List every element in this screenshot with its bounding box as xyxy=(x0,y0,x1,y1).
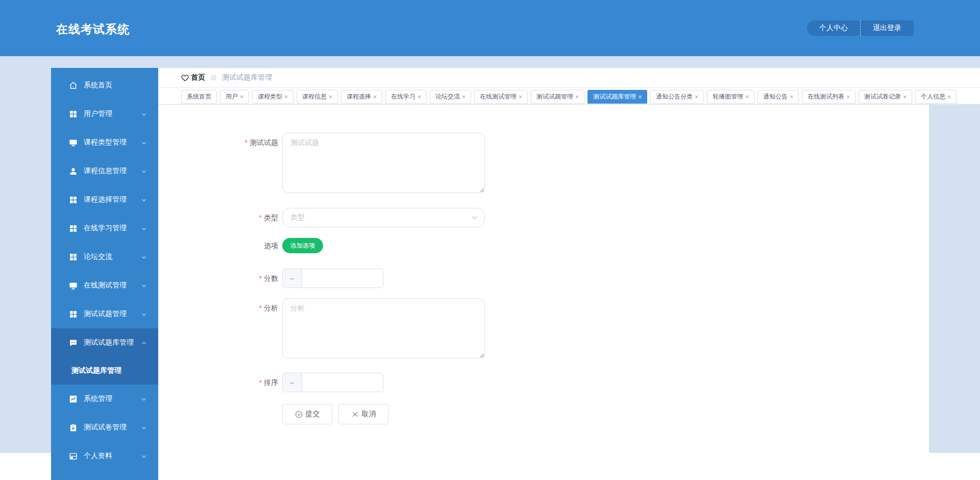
profile-center-button[interactable]: 个人中心 xyxy=(807,20,860,36)
clipboard-icon xyxy=(69,423,78,432)
sidebar-item-测试试卷管理[interactable]: 测试试卷管理 xyxy=(51,413,158,442)
tab-通知公告[interactable]: 通知公告× xyxy=(757,90,799,104)
field-label-options: 选项 xyxy=(225,238,278,253)
sidebar-group-7: 在线测试管理 xyxy=(51,271,158,300)
top-header: 在线考试系统 个人中心 退出登录 xyxy=(0,0,980,56)
field-control-type: 类型 xyxy=(282,208,485,227)
form-row-options: 选项添加选项 xyxy=(225,238,929,253)
sidebar-subitem-测试试题库管理[interactable]: 测试试题库管理 xyxy=(51,357,158,385)
grid-icon xyxy=(69,196,78,204)
tab-个人信息[interactable]: 个人信息× xyxy=(915,90,957,104)
field-control-analysis xyxy=(282,298,485,361)
tab-close-icon[interactable]: × xyxy=(638,94,642,100)
tab-测试试题管理[interactable]: 测试试题管理× xyxy=(531,90,584,104)
field-label-type: *类型 xyxy=(225,208,278,227)
sidebar-group-12: 个人资料 xyxy=(51,442,158,470)
type-select[interactable]: 类型 xyxy=(282,208,485,227)
sidebar-item-label: 在线测试管理 xyxy=(84,281,127,290)
breadcrumb-home[interactable]: 首页 xyxy=(191,73,205,82)
sidebar-item-论坛交流[interactable]: 论坛交流 xyxy=(51,243,158,271)
tab-课程信息[interactable]: 课程信息× xyxy=(297,90,338,104)
tab-close-icon[interactable]: × xyxy=(519,94,522,100)
sidebar-item-在线测试管理[interactable]: 在线测试管理 xyxy=(51,271,158,300)
sidebar-item-课程选择管理[interactable]: 课程选择管理 xyxy=(51,185,158,214)
sidebar-item-个人资料[interactable]: 个人资料 xyxy=(51,442,158,470)
tab-close-icon[interactable]: × xyxy=(462,94,465,100)
tab-close-icon[interactable]: × xyxy=(284,94,288,100)
tab-close-icon[interactable]: × xyxy=(418,94,421,100)
breadcrumb-separator-icon xyxy=(210,75,217,81)
sidebar-item-系统首页[interactable]: 系统首页 xyxy=(51,71,158,100)
form-row-sort: *排序−+ xyxy=(225,373,929,392)
question-textarea[interactable] xyxy=(282,133,485,193)
logout-button[interactable]: 退出登录 xyxy=(860,20,914,36)
user-icon xyxy=(69,167,78,176)
tab-label: 轮播图管理 xyxy=(713,92,743,101)
required-asterisk: * xyxy=(259,274,262,282)
sidebar-item-label: 系统首页 xyxy=(84,81,112,90)
chevron-down-icon xyxy=(141,311,147,317)
sidebar-group-3: 课程信息管理 xyxy=(51,157,158,185)
field-control-question xyxy=(282,133,485,195)
field-label-analysis: *分析 xyxy=(225,298,278,318)
tab-close-icon[interactable]: × xyxy=(790,94,793,100)
sidebar-item-系统管理[interactable]: 系统管理 xyxy=(51,385,158,413)
header-actions: 个人中心 退出登录 xyxy=(807,20,914,36)
tab-论坛交流[interactable]: 论坛交流× xyxy=(430,90,471,104)
tab-测试试题库管理[interactable]: 测试试题库管理× xyxy=(587,90,647,104)
sidebar-item-在线学习管理[interactable]: 在线学习管理 xyxy=(51,214,158,243)
tab-系统首页[interactable]: 系统首页 xyxy=(181,90,217,104)
tab-课程类型[interactable]: 课程类型× xyxy=(252,90,293,104)
submit-button[interactable]: 提交 xyxy=(282,404,332,424)
tab-课程选择[interactable]: 课程选择× xyxy=(341,90,382,104)
tab-label: 课程类型 xyxy=(258,92,282,101)
tab-close-icon[interactable]: × xyxy=(575,94,579,100)
form-row-question: *测试试题 xyxy=(225,133,929,195)
sort-decrease-button[interactable]: − xyxy=(283,373,302,392)
analysis-textarea[interactable] xyxy=(282,298,485,358)
tab-close-icon[interactable]: × xyxy=(373,94,377,100)
sidebar-item-用户管理[interactable]: 用户管理 xyxy=(51,100,158,128)
tab-轮播图管理[interactable]: 轮播图管理× xyxy=(707,90,754,104)
chevron-down-icon xyxy=(141,424,147,430)
form-row-analysis: *分析 xyxy=(225,298,929,361)
tab-在线测试管理[interactable]: 在线测试管理× xyxy=(474,90,528,104)
chevron-down-icon xyxy=(141,396,147,402)
sidebar-item-课程类型管理[interactable]: 课程类型管理 xyxy=(51,128,158,157)
tab-在线测试列表[interactable]: 在线测试列表× xyxy=(802,90,855,104)
chevron-down-icon xyxy=(141,282,147,289)
sidebar: 系统首页用户管理课程类型管理课程信息管理课程选择管理在线学习管理论坛交流在线测试… xyxy=(51,68,158,480)
score-input[interactable] xyxy=(302,269,383,287)
chart-icon xyxy=(69,395,78,403)
cancel-button[interactable]: 取消 xyxy=(338,404,388,424)
score-decrease-button[interactable]: − xyxy=(283,269,302,287)
tab-close-icon[interactable]: × xyxy=(695,94,698,100)
tab-在线学习[interactable]: 在线学习× xyxy=(385,90,427,104)
grid-icon xyxy=(69,110,78,118)
select-placeholder: 类型 xyxy=(290,213,305,222)
grid-icon xyxy=(69,253,78,261)
tab-close-icon[interactable]: × xyxy=(329,94,332,100)
sidebar-item-测试试题管理[interactable]: 测试试题管理 xyxy=(51,300,158,328)
grid-icon xyxy=(69,224,78,233)
sidebar-group-0: 系统首页 xyxy=(51,71,158,100)
required-asterisk: * xyxy=(259,304,262,312)
sidebar-item-测试试题库管理[interactable]: 测试试题库管理 xyxy=(51,328,158,357)
tab-label: 通知公告 xyxy=(763,92,788,101)
required-asterisk: * xyxy=(259,213,262,222)
tab-close-icon[interactable]: × xyxy=(240,94,243,100)
tab-close-icon[interactable]: × xyxy=(947,94,951,100)
form-row-score: *分数−+ xyxy=(225,269,929,288)
tab-测试试卷记录[interactable]: 测试试卷记录× xyxy=(859,90,912,104)
sort-input[interactable] xyxy=(302,373,383,392)
tab-close-icon[interactable]: × xyxy=(745,94,749,100)
add-option-button[interactable]: 添加选项 xyxy=(282,238,323,253)
tab-label: 在线测试列表 xyxy=(807,92,844,101)
tab-通知公告分类[interactable]: 通知公告分类× xyxy=(650,90,704,104)
chevron-down-icon xyxy=(141,197,147,203)
tab-close-icon[interactable]: × xyxy=(846,94,850,100)
chevron-up-icon xyxy=(141,340,147,346)
tab-用户[interactable]: 用户× xyxy=(220,90,249,104)
tab-close-icon[interactable]: × xyxy=(903,94,906,100)
sidebar-item-课程信息管理[interactable]: 课程信息管理 xyxy=(51,157,158,185)
